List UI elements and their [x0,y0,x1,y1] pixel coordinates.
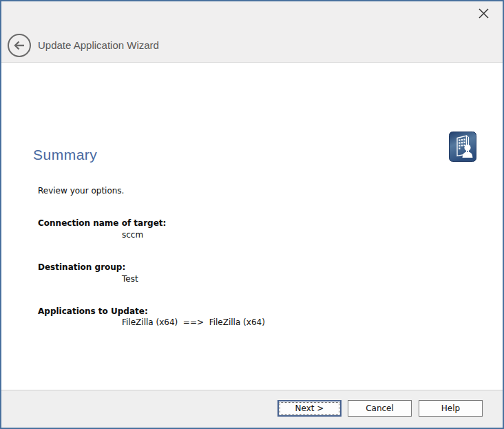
intro-text: Review your options. [38,186,124,196]
field-label-destination-group: Destination group: [38,262,125,272]
field-label-applications-to-update: Applications to Update: [38,306,148,316]
wizard-content: Summary [0,63,504,390]
cancel-button[interactable]: Cancel [348,400,412,417]
back-button[interactable] [8,34,31,57]
close-icon [478,8,490,19]
help-button[interactable]: Help [419,400,483,417]
wizard-header: Update Application Wizard [0,0,504,63]
field-value-applications-to-update: FileZilla (x64) ==> FileZilla (x64) [122,317,265,327]
field-value-destination-group: Test [122,274,138,284]
field-value-connection-name: sccm [122,230,143,240]
application-building-user-icon [449,132,476,162]
back-arrow-icon [12,40,26,51]
next-button[interactable]: Next > [277,400,342,417]
wizard-title: Update Application Wizard [38,39,159,51]
close-button[interactable] [476,6,491,21]
page-heading: Summary [33,147,97,163]
update-application-wizard-window: Update Application Wizard Summary [0,0,504,429]
field-label-connection-name: Connection name of target: [38,218,166,228]
